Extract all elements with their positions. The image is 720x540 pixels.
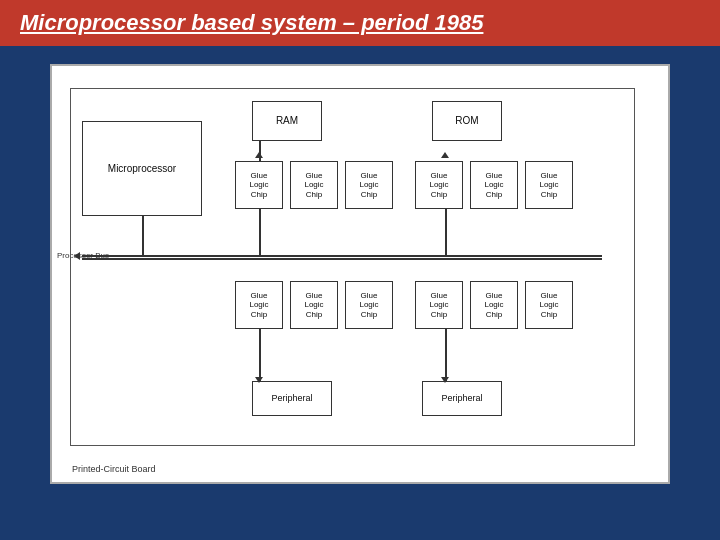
pcb-border (70, 88, 635, 446)
pcb-label: Printed-Circuit Board (72, 464, 156, 474)
title-bar: Microprocessor based system – period 198… (0, 0, 720, 46)
diagram-container: Microprocessor RAM ROM GlueLogicChip Glu… (50, 64, 670, 484)
slide-title: Microprocessor based system – period 198… (20, 10, 483, 36)
